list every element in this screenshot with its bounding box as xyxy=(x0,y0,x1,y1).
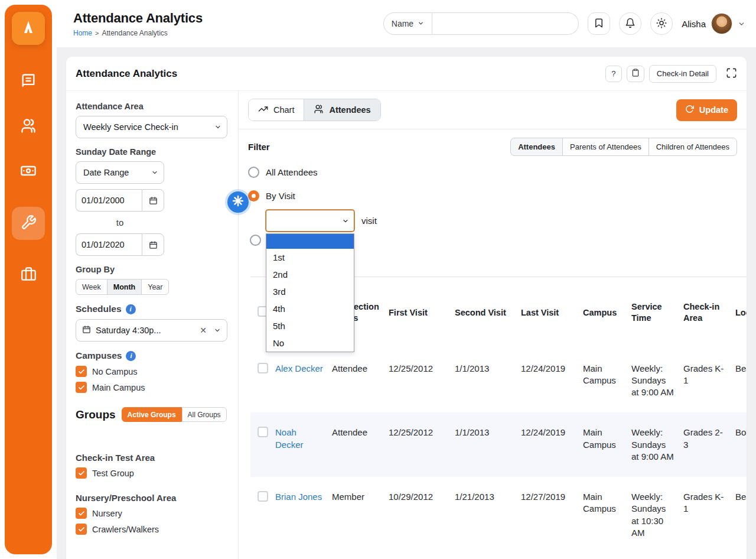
crawlers-walkers-checkbox[interactable] xyxy=(76,524,87,535)
nursery-checkbox[interactable] xyxy=(76,508,87,519)
sidebar-item-people[interactable] xyxy=(12,117,45,137)
end-date-input[interactable] xyxy=(76,233,142,256)
cell-second-visit: 1/1/2013 xyxy=(455,412,521,477)
people-icon xyxy=(20,118,37,136)
tab-chart[interactable]: Chart xyxy=(249,99,304,121)
row-checkbox[interactable] xyxy=(258,363,268,373)
notifications-button[interactable] xyxy=(619,12,641,35)
attendee-name-link[interactable]: Brian Jones xyxy=(275,492,322,502)
update-button[interactable]: Update xyxy=(676,99,737,121)
row-checkbox[interactable] xyxy=(258,427,268,437)
attendance-area-select[interactable]: Weekly Service Check-in xyxy=(76,116,227,138)
cell-connection-status: Attendee xyxy=(332,349,389,413)
search-scope-select[interactable]: Name xyxy=(383,12,432,35)
sidebar-item-pages[interactable] xyxy=(12,72,45,92)
copy-button[interactable] xyxy=(627,66,644,82)
breadcrumb-current: Attendance Analytics xyxy=(102,29,167,37)
col-campus[interactable]: Campus xyxy=(583,277,631,349)
cell-last-visit: 12/24/2019 xyxy=(521,412,583,477)
pages-icon xyxy=(20,73,37,92)
visit-option[interactable]: 3rd xyxy=(266,283,354,300)
cell-first-visit: 12/25/2012 xyxy=(389,349,455,413)
visit-option[interactable]: 1st xyxy=(266,249,354,266)
attendance-area-label: Attendance Area xyxy=(76,102,227,111)
visit-option-blank[interactable] xyxy=(266,234,354,249)
all-attendees-radio-row[interactable]: All Attendees xyxy=(248,165,737,178)
sidebar-item-briefcase[interactable] xyxy=(12,265,45,285)
test-group-checkbox[interactable] xyxy=(76,467,87,479)
no-campus-checkbox[interactable] xyxy=(76,366,87,377)
view-attendees-button[interactable]: Attendees xyxy=(510,138,563,156)
panel-title: Attendance Analytics xyxy=(76,68,177,80)
bookmark-button[interactable] xyxy=(588,12,610,35)
table-row: Brian Jones Member 10/29/2012 1/21/2013 … xyxy=(250,477,747,553)
end-date-group xyxy=(76,233,164,256)
group-by-week-button[interactable]: Week xyxy=(76,279,107,295)
col-second-visit[interactable]: Second Visit xyxy=(455,277,521,349)
asterisk-icon xyxy=(232,195,244,209)
panel-header: Attendance Analytics ? Check-in Detail xyxy=(66,57,747,91)
group-by-label: Group By xyxy=(76,265,227,274)
breadcrumb-home-link[interactable]: Home xyxy=(73,29,92,37)
col-service-time[interactable]: Service Time xyxy=(631,277,683,349)
nursery-area-title: Nursery/Preschool Area xyxy=(76,493,227,503)
row-checkbox[interactable] xyxy=(258,491,268,502)
start-date-calendar-button[interactable] xyxy=(142,189,164,212)
sidebar xyxy=(5,5,52,554)
theme-toggle-button[interactable] xyxy=(650,12,673,35)
cell-last-visit: 12/27/2019 xyxy=(521,477,583,553)
visit-option[interactable]: 4th xyxy=(266,300,354,317)
tab-attendees[interactable]: Attendees xyxy=(304,99,380,121)
filter-block: Filter Attendees Parents of Attendees Ch… xyxy=(239,129,747,232)
active-groups-button[interactable]: Active Groups xyxy=(122,407,182,422)
app-logo[interactable] xyxy=(12,12,45,45)
attendance-area-value: Weekly Service Check-in xyxy=(83,122,178,132)
test-group-label: Test Group xyxy=(92,469,134,478)
cell-campus: Main Campus xyxy=(583,412,631,477)
col-location[interactable]: Location xyxy=(735,277,747,349)
chevron-down-icon[interactable] xyxy=(214,327,221,334)
group-checkbox-row: Test Group xyxy=(76,467,227,479)
group-by-month-button[interactable]: Month xyxy=(107,279,142,295)
col-first-visit[interactable]: First Visit xyxy=(389,277,455,349)
col-checkin-area[interactable]: Check-in Area xyxy=(683,277,735,349)
visit-option[interactable]: 5th xyxy=(266,317,354,334)
all-attendees-radio[interactable] xyxy=(248,167,259,178)
groups-title: Groups xyxy=(76,408,116,421)
group-by-year-button[interactable]: Year xyxy=(141,279,169,295)
end-date-calendar-button[interactable] xyxy=(142,233,164,256)
attendee-name-link[interactable]: Alex Decker xyxy=(275,363,323,373)
visit-number-select[interactable] xyxy=(266,210,354,232)
no-campus-label: No Campus xyxy=(92,367,138,376)
update-button-label: Update xyxy=(699,105,728,115)
third-filter-radio[interactable] xyxy=(250,235,261,246)
main-campus-checkbox[interactable] xyxy=(76,382,87,393)
attendee-name-link[interactable]: Noah Decker xyxy=(275,427,304,449)
by-visit-radio[interactable] xyxy=(248,190,259,202)
all-groups-button[interactable]: All Groups xyxy=(182,407,227,422)
chevron-down-icon xyxy=(738,20,745,28)
sidebar-item-tools[interactable] xyxy=(12,207,45,240)
cell-service-time: Weekly: Sundays at 9:00 AM xyxy=(631,349,683,413)
col-last-visit[interactable]: Last Visit xyxy=(521,277,583,349)
date-range-mode-select[interactable]: Date Range xyxy=(76,161,164,184)
info-icon[interactable]: i xyxy=(126,351,136,361)
fullscreen-button[interactable] xyxy=(726,67,737,80)
view-parents-button[interactable]: Parents of Attendees xyxy=(562,138,649,156)
campuses-label-row: Campuses i xyxy=(76,350,227,361)
by-visit-radio-row[interactable]: By Visit xyxy=(248,189,737,202)
info-icon[interactable]: i xyxy=(126,304,136,314)
help-button[interactable]: ? xyxy=(605,66,622,82)
visit-option[interactable]: No xyxy=(266,334,354,352)
remove-schedule-icon[interactable]: ✕ xyxy=(197,326,209,335)
campus-checkbox-row: No Campus xyxy=(76,366,227,377)
view-children-button[interactable]: Children of Attendees xyxy=(649,138,737,156)
user-menu[interactable]: Alisha xyxy=(682,13,745,34)
start-date-input[interactable] xyxy=(76,189,142,212)
sidebar-item-finance[interactable] xyxy=(12,162,45,182)
visit-option[interactable]: 2nd xyxy=(266,266,354,283)
checkin-detail-button[interactable]: Check-in Detail xyxy=(649,65,716,83)
schedules-picker[interactable]: Saturday 4:30p... ✕ xyxy=(76,319,227,342)
search-input[interactable] xyxy=(432,12,579,35)
checkin-test-area-title: Check-in Test Area xyxy=(76,453,227,463)
